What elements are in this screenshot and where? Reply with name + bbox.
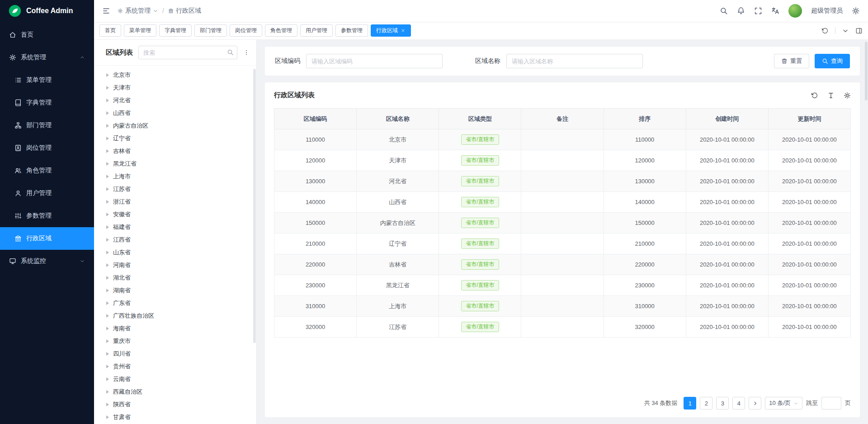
caret-right-icon[interactable] [106,99,109,102]
tree-item[interactable]: 陕西省 [94,398,256,411]
caret-right-icon[interactable] [106,352,109,356]
tree-item[interactable]: 吉林省 [94,145,256,157]
table-density-button[interactable] [827,92,835,99]
global-search-button[interactable] [720,7,728,15]
content-fullscreen-button[interactable] [855,27,863,34]
table-row[interactable]: 310000 上海市 省市/直辖市 310000 2020-10-01 00:0… [274,296,851,317]
table-row[interactable]: 130000 河北省 省市/直辖市 130000 2020-10-01 00:0… [274,171,851,192]
caret-right-icon[interactable] [106,162,109,166]
tree-item[interactable]: 山西省 [94,107,256,119]
caret-right-icon[interactable] [106,276,109,280]
page-size-select[interactable]: 10 条/页 [765,397,802,410]
sidebar-collapse-button[interactable] [102,7,110,15]
caret-right-icon[interactable] [106,175,109,178]
tab[interactable]: 岗位管理 [230,24,262,37]
language-switch-button[interactable] [771,7,779,15]
tree-item[interactable]: 辽宁省 [94,132,256,145]
search-button[interactable]: 查询 [815,54,850,68]
tree-item[interactable]: 甘肃省 [94,411,256,424]
tree-item[interactable]: 上海市 [94,170,256,183]
page-button[interactable]: 2 [700,397,712,410]
table-row[interactable]: 140000 山西省 省市/直辖市 140000 2020-10-01 00:0… [274,192,851,213]
caret-right-icon[interactable] [106,86,109,90]
tree-item[interactable]: 山东省 [94,246,256,259]
tree-item[interactable]: 海南省 [94,322,256,335]
tab-active-region[interactable]: 行政区域 [371,24,411,37]
sidebar-item-region[interactable]: 行政区域 [0,227,94,250]
tree-item[interactable]: 内蒙古自治区 [94,119,256,132]
table-row[interactable]: 230000 黑龙江省 省市/直辖市 230000 2020-10-01 00:… [274,275,851,296]
current-user-name[interactable]: 超级管理员 [811,7,843,15]
caret-right-icon[interactable] [106,301,109,305]
tab[interactable]: 首页 [99,24,121,37]
tree-item[interactable]: 天津市 [94,81,256,94]
tab[interactable]: 参数管理 [335,24,368,37]
fullscreen-button[interactable] [754,7,762,15]
caret-right-icon[interactable] [106,415,109,419]
tree-scrollbar-thumb[interactable] [253,69,256,343]
caret-right-icon[interactable] [106,124,109,128]
tree-item[interactable]: 贵州省 [94,360,256,373]
caret-right-icon[interactable] [106,213,109,216]
caret-right-icon[interactable] [106,390,109,394]
tree-item[interactable]: 广西壮族自治区 [94,310,256,322]
search-icon[interactable] [227,49,234,56]
caret-right-icon[interactable] [106,111,109,115]
sidebar-item-dict-mgmt[interactable]: 字典管理 [0,91,94,114]
tab[interactable]: 菜单管理 [124,24,156,37]
caret-right-icon[interactable] [106,403,109,406]
refresh-tab-button[interactable] [821,27,829,34]
sidebar-item-role-mgmt[interactable]: 角色管理 [0,159,94,182]
tab[interactable]: 角色管理 [265,24,297,37]
tree-item[interactable]: 北京市 [94,69,256,81]
tree-scrollbar[interactable] [253,69,256,420]
next-page-button[interactable] [749,397,761,410]
caret-right-icon[interactable] [106,187,109,191]
table-row[interactable]: 210000 辽宁省 省市/直辖市 210000 2020-10-01 00:0… [274,233,851,254]
table-row[interactable]: 110000 北京市 省市/直辖市 110000 2020-10-01 00:0… [274,129,851,150]
tree-item[interactable]: 广东省 [94,297,256,310]
caret-right-icon[interactable] [106,365,109,368]
tree-item[interactable]: 福建省 [94,221,256,233]
more-options-icon[interactable] [243,49,250,56]
close-icon[interactable] [401,28,406,33]
page-scrollbar-thumb[interactable] [865,42,868,100]
sidebar-group-system[interactable]: 系统管理 [0,46,94,69]
caret-right-icon[interactable] [106,289,109,292]
table-row[interactable]: 320000 江苏省 省市/直辖市 320000 2020-10-01 00:0… [274,317,851,338]
tree-item[interactable]: 云南省 [94,373,256,386]
table-refresh-button[interactable] [811,92,818,99]
tree-item[interactable]: 河北省 [94,94,256,107]
caret-right-icon[interactable] [106,339,109,343]
sidebar-item-menu-mgmt[interactable]: 菜单管理 [0,69,94,91]
sidebar-item-user-mgmt[interactable]: 用户管理 [0,182,94,205]
page-button-current[interactable]: 1 [684,397,696,410]
region-code-input[interactable] [306,54,443,68]
notifications-button[interactable] [737,7,745,15]
caret-right-icon[interactable] [106,137,109,140]
tree-item[interactable]: 河南省 [94,259,256,272]
caret-right-icon[interactable] [106,73,109,77]
table-row[interactable]: 220000 吉林省 省市/直辖市 220000 2020-10-01 00:0… [274,254,851,275]
page-button[interactable]: 3 [716,397,729,410]
tree-search-input[interactable] [138,46,237,59]
table-settings-button[interactable] [844,92,851,99]
page-button[interactable]: 4 [732,397,745,410]
tree-item[interactable]: 湖南省 [94,284,256,297]
sidebar-item-dept-mgmt[interactable]: 部门管理 [0,114,94,137]
tree-item[interactable]: 湖北省 [94,272,256,284]
tab[interactable]: 部门管理 [194,24,227,37]
caret-right-icon[interactable] [106,225,109,229]
tab[interactable]: 字典管理 [159,24,192,37]
tree-item[interactable]: 江西省 [94,233,256,246]
tree-item[interactable]: 四川省 [94,348,256,360]
region-name-input[interactable] [506,54,643,68]
table-row[interactable]: 120000 天津市 省市/直辖市 120000 2020-10-01 00:0… [274,150,851,171]
caret-right-icon[interactable] [106,200,109,204]
avatar[interactable] [788,4,802,18]
sidebar-group-monitor[interactable]: 系统监控 [0,250,94,272]
reset-button[interactable]: 重置 [774,54,809,68]
table-row[interactable]: 150000 内蒙古自治区 省市/直辖市 150000 2020-10-01 0… [274,213,851,233]
tree-item[interactable]: 浙江省 [94,195,256,208]
caret-right-icon[interactable] [106,377,109,381]
